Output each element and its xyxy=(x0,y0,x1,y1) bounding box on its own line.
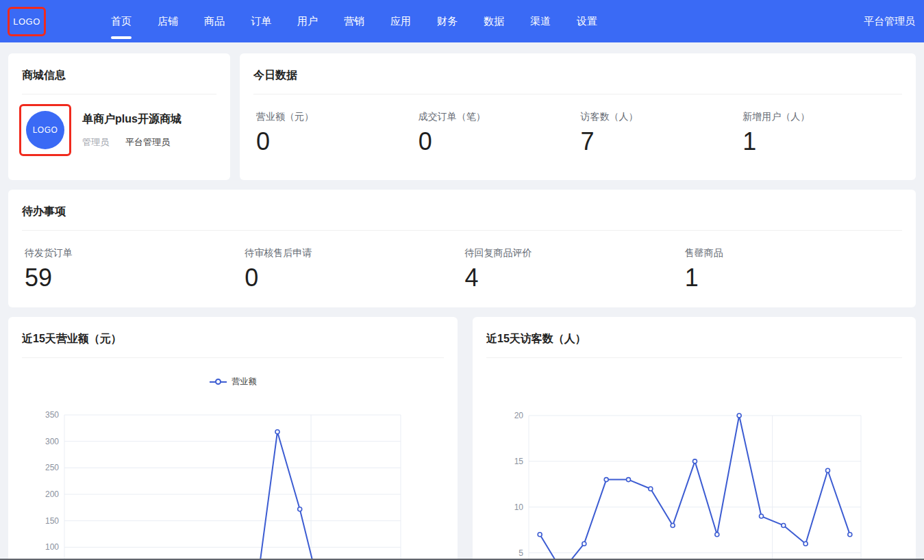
today-data-card: 今日数据 营业额（元） 0 成交订单（笔） 0 访客数（人） 7 新增用户（人）… xyxy=(240,53,916,180)
chart-legend[interactable]: 营业额 xyxy=(8,376,458,387)
stat-value[interactable]: 0 xyxy=(245,266,462,290)
stat-value[interactable]: 1 xyxy=(685,266,902,290)
todo-title: 待办事项 xyxy=(8,190,916,219)
nav-item-finance[interactable]: 财务 xyxy=(437,0,458,42)
divider xyxy=(22,357,444,358)
stat-value[interactable]: 4 xyxy=(465,266,682,290)
stat-value: 0 xyxy=(256,129,416,154)
admin-account-label[interactable]: 平台管理员 xyxy=(864,15,915,28)
revenue-chart-title: 近15天营业额（元） xyxy=(8,317,458,346)
svg-text:15: 15 xyxy=(514,457,524,466)
stat-label: 待回复商品评价 xyxy=(465,247,682,259)
svg-text:20: 20 xyxy=(514,411,524,420)
revenue-line-chart: 350300250200150100 xyxy=(8,392,458,560)
svg-text:5: 5 xyxy=(519,548,523,558)
stat-new-users: 新增用户（人） 1 xyxy=(740,94,902,154)
stat-deal-orders: 成交订单（笔） 0 xyxy=(416,94,578,154)
stat-label: 访客数（人） xyxy=(581,111,740,123)
nav-item-settings[interactable]: 设置 xyxy=(577,0,597,42)
logo-annotation-box: LOGO xyxy=(8,7,46,36)
main-content: 商城信息 LOGO 单商户plus开源商城 管理员 平台管理员 今日数据 xyxy=(0,42,924,560)
mall-logo-avatar[interactable]: LOGO xyxy=(26,111,64,149)
stat-value: 0 xyxy=(419,129,578,154)
mall-info-card: 商城信息 LOGO 单商户plus开源商城 管理员 平台管理员 xyxy=(8,53,230,180)
nav-item-marketing[interactable]: 营销 xyxy=(344,0,364,42)
nav-item-channel[interactable]: 渠道 xyxy=(530,0,551,42)
mall-info-title: 商城信息 xyxy=(8,53,230,83)
main-nav: 首页 店铺 商品 订单 用户 营销 应用 财务 数据 渠道 设置 xyxy=(111,0,597,42)
svg-text:300: 300 xyxy=(45,437,59,446)
stat-label: 成交订单（笔） xyxy=(419,111,578,123)
nav-item-data[interactable]: 数据 xyxy=(484,0,504,42)
stat-label: 新增用户（人） xyxy=(742,111,902,123)
stat-value: 1 xyxy=(742,129,902,154)
svg-text:10: 10 xyxy=(514,502,524,512)
svg-text:150: 150 xyxy=(45,516,59,526)
revenue-chart-card: 近15天营业额（元） 营业额 350300250200150100 xyxy=(8,317,458,560)
navbar-logo[interactable]: LOGO xyxy=(13,16,40,27)
nav-item-home[interactable]: 首页 xyxy=(111,0,132,42)
stat-value[interactable]: 59 xyxy=(25,266,242,290)
visitors-line-chart: 2015105 xyxy=(473,392,916,560)
stat-pending-aftersale: 待审核售后申请 0 xyxy=(242,231,462,290)
svg-text:200: 200 xyxy=(45,489,59,499)
svg-text:350: 350 xyxy=(45,410,59,420)
stat-value: 7 xyxy=(581,129,740,154)
stat-visitors: 访客数（人） 7 xyxy=(578,94,740,154)
nav-item-apps[interactable]: 应用 xyxy=(390,0,411,42)
mall-name: 单商户plus开源商城 xyxy=(82,112,182,127)
stat-pending-delivery: 待发货订单 59 xyxy=(22,231,242,290)
avatar-annotation-box: LOGO xyxy=(19,104,71,156)
visitors-chart-card: 近15天访客数（人） 2015105 xyxy=(473,317,916,560)
legend-label: 营业额 xyxy=(232,376,257,387)
nav-item-users[interactable]: 用户 xyxy=(297,0,318,42)
stat-pending-reviews: 待回复商品评价 4 xyxy=(462,231,682,290)
role-value: 平台管理员 xyxy=(125,136,170,149)
stat-label: 待发货订单 xyxy=(25,247,242,259)
divider xyxy=(486,357,902,358)
stat-soldout-goods: 售罄商品 1 xyxy=(682,231,902,290)
nav-item-orders[interactable]: 订单 xyxy=(251,0,271,42)
nav-item-shop[interactable]: 店铺 xyxy=(158,0,178,42)
role-label: 管理员 xyxy=(82,136,109,149)
todo-card: 待办事项 待发货订单 59 待审核售后申请 0 待回复商品评价 4 售罄商品 1 xyxy=(8,190,916,307)
svg-text:250: 250 xyxy=(45,463,59,472)
stat-label: 售罄商品 xyxy=(685,247,902,259)
svg-text:100: 100 xyxy=(45,542,59,552)
today-data-title: 今日数据 xyxy=(240,53,916,83)
nav-item-goods[interactable]: 商品 xyxy=(204,0,225,42)
visitors-chart-title: 近15天访客数（人） xyxy=(473,317,916,346)
top-navbar: LOGO 首页 店铺 商品 订单 用户 营销 应用 财务 数据 渠道 设置 平台… xyxy=(0,0,924,42)
stat-label: 待审核售后申请 xyxy=(245,247,462,259)
stat-turnover: 营业额（元） 0 xyxy=(253,94,416,154)
line-series-icon xyxy=(210,379,227,385)
stat-label: 营业额（元） xyxy=(256,111,416,123)
